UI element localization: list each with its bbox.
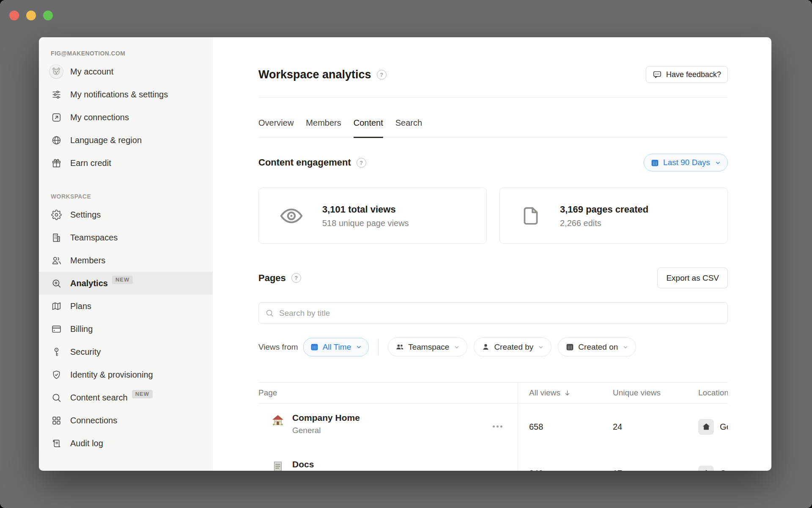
- column-header-all-views[interactable]: All views: [518, 388, 605, 398]
- table-row[interactable]: Company Home General 658 24 Gener: [258, 403, 728, 450]
- row-more-actions-icon[interactable]: [493, 425, 502, 428]
- teamspace-filter-label: Teamspace: [408, 342, 449, 352]
- tab-members[interactable]: Members: [306, 116, 341, 130]
- sidebar-item-notifications-settings[interactable]: My notifications & settings: [39, 83, 213, 106]
- date-range-value: Last 90 Days: [663, 158, 710, 167]
- sidebar-item-security[interactable]: Security: [39, 340, 213, 363]
- analytics-tabs: Overview Members Content Search: [258, 116, 728, 138]
- sidebar-item-plans[interactable]: Plans: [39, 295, 213, 318]
- sliders-icon: [51, 89, 62, 100]
- macos-window: FIG@MAKENOTION.COM My account: [0, 0, 812, 508]
- eye-icon: [279, 204, 304, 228]
- sidebar-item-label: Language & region: [70, 133, 142, 148]
- tab-search[interactable]: Search: [395, 116, 422, 130]
- sidebar-item-label: My account: [70, 64, 113, 79]
- stat-subtitle: 2,266 edits: [560, 218, 648, 228]
- column-header-page[interactable]: Page: [258, 388, 518, 398]
- tab-content[interactable]: Content: [354, 116, 383, 130]
- table-row[interactable]: Docs General 240 17 General: [258, 450, 728, 471]
- sidebar-item-label: Connections: [70, 413, 117, 428]
- export-csv-button[interactable]: Export as CSV: [657, 268, 728, 288]
- workspace-section-label: WORKSPACE: [51, 193, 203, 200]
- page-title-cell[interactable]: Company Home: [292, 412, 360, 423]
- help-icon[interactable]: ?: [291, 273, 301, 283]
- page-cell: Company Home General: [258, 403, 518, 450]
- sidebar-item-earn-credit[interactable]: Earn credit: [39, 152, 213, 174]
- sidebar-item-content-search[interactable]: Content search NEW: [39, 386, 213, 409]
- sidebar-item-label: Security: [70, 344, 101, 359]
- sidebar-item-my-account[interactable]: My account: [39, 60, 213, 83]
- sidebar-item-analytics[interactable]: Analytics NEW: [39, 272, 213, 295]
- teamspace-house-icon: [698, 466, 714, 471]
- sidebar-item-billing[interactable]: Billing: [39, 318, 213, 340]
- building-icon: [51, 232, 62, 243]
- sidebar-item-settings[interactable]: Settings: [39, 203, 213, 226]
- sidebar-item-label: My notifications & settings: [70, 87, 168, 102]
- feedback-bubble-icon: [653, 70, 662, 79]
- grid-icon: [51, 415, 62, 426]
- gift-icon: [51, 157, 62, 168]
- shield-check-icon: [51, 369, 62, 380]
- unique-views-value: 17: [605, 469, 694, 471]
- pages-section-header: Pages ? Export as CSV: [258, 268, 728, 288]
- teamspace-filter[interactable]: Teamspace: [388, 337, 467, 356]
- feedback-button-label: Have feedback?: [666, 70, 721, 79]
- chevron-down-icon: [356, 344, 362, 350]
- calendar-icon: [565, 342, 574, 351]
- chevron-down-icon: [454, 344, 460, 350]
- have-feedback-button[interactable]: Have feedback?: [646, 66, 728, 83]
- created-on-filter[interactable]: Created on: [558, 337, 636, 356]
- engagement-stat-cards: 3,101 total views 518 unique page views …: [258, 188, 728, 244]
- location-cell: General: [694, 466, 728, 471]
- window-controls: [9, 11, 53, 20]
- close-window-button[interactable]: [9, 11, 19, 20]
- tab-overview[interactable]: Overview: [258, 116, 294, 130]
- page-subtitle-cell: General: [292, 426, 360, 435]
- sidebar-item-label: Teamspaces: [70, 230, 118, 245]
- views-from-label: Views from: [258, 342, 298, 352]
- filters-row: Views from All Time: [258, 338, 728, 356]
- sidebar-item-audit-log[interactable]: Audit log: [39, 432, 213, 455]
- zoom-window-button[interactable]: [43, 11, 53, 20]
- content-engagement-title: Content engagement: [258, 157, 351, 168]
- key-icon: [51, 346, 62, 357]
- users-icon: [51, 255, 62, 266]
- analytics-main-panel: Workspace analytics ? Have feedback?: [213, 37, 771, 471]
- gear-icon: [51, 209, 62, 220]
- sidebar-item-teamspaces[interactable]: Teamspaces: [39, 226, 213, 249]
- column-header-unique-views[interactable]: Unique views: [605, 388, 694, 398]
- date-range-filter[interactable]: Last 90 Days: [644, 154, 728, 171]
- sidebar-item-identity-provisioning[interactable]: Identity & provisioning: [39, 363, 213, 386]
- all-views-value: 240: [518, 469, 605, 471]
- export-button-label: Export as CSV: [666, 273, 719, 283]
- calendar-icon: [650, 158, 659, 167]
- sidebar-item-label: Audit log: [70, 436, 103, 451]
- help-icon[interactable]: ?: [357, 158, 366, 168]
- location-value: General: [720, 469, 728, 471]
- column-header-label: All views: [529, 388, 560, 398]
- new-badge: NEW: [132, 390, 153, 398]
- sidebar-item-label: My connections: [70, 110, 129, 125]
- search-by-title-input[interactable]: [278, 308, 721, 318]
- sidebar-item-members[interactable]: Members: [39, 249, 213, 272]
- minimize-window-button[interactable]: [26, 11, 36, 20]
- settings-sidebar: FIG@MAKENOTION.COM My account: [39, 37, 213, 471]
- sidebar-item-my-connections[interactable]: My connections: [39, 106, 213, 129]
- pages-table: Page All views Unique views Location: [258, 382, 728, 471]
- views-from-value: All Time: [323, 342, 351, 352]
- sidebar-item-connections[interactable]: Connections: [39, 409, 213, 432]
- page-title-cell[interactable]: Docs: [292, 458, 321, 470]
- created-by-filter[interactable]: Created by: [474, 337, 551, 356]
- stat-subtitle: 518 unique page views: [322, 218, 409, 228]
- sidebar-item-label: Members: [70, 253, 105, 268]
- globe-icon: [51, 135, 62, 146]
- column-header-location[interactable]: Location: [694, 388, 728, 398]
- help-icon[interactable]: ?: [377, 70, 387, 80]
- sidebar-item-language-region[interactable]: Language & region: [39, 129, 213, 152]
- people-icon: [395, 342, 404, 351]
- created-by-filter-label: Created by: [494, 342, 533, 352]
- dog-face-icon: [51, 66, 61, 77]
- created-on-filter-label: Created on: [578, 342, 618, 352]
- views-from-time-filter[interactable]: All Time: [303, 338, 369, 356]
- pages-created-card: 3,169 pages created 2,266 edits: [499, 188, 728, 244]
